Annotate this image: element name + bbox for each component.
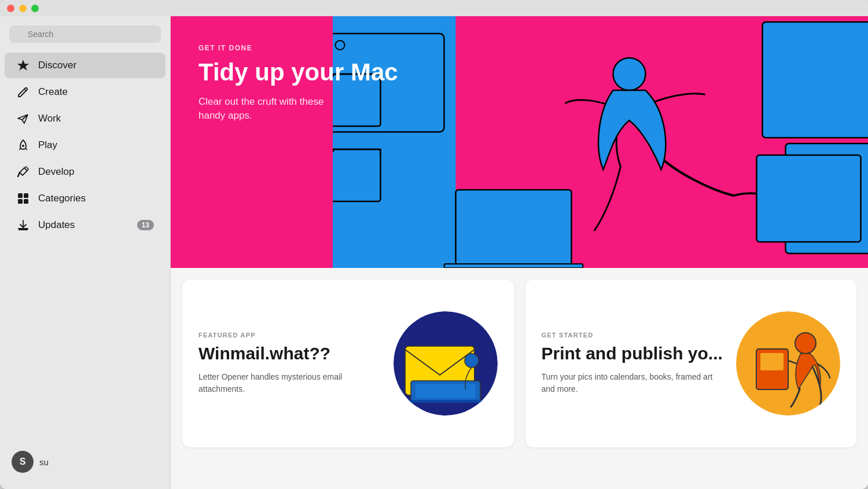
main-layout: ⌕ Discover (0, 16, 868, 489)
sidebar-item-updates[interactable]: Updates 13 (5, 212, 165, 238)
svg-point-27 (795, 333, 816, 354)
traffic-lights (7, 5, 39, 12)
svg-rect-17 (757, 155, 861, 242)
nav-menu: Discover Create (0, 52, 170, 444)
svg-rect-18 (456, 190, 572, 265)
avatar[interactable]: S (12, 451, 34, 473)
get-started-card[interactable]: GET STARTED Print and publish yo... Turn… (525, 280, 857, 447)
card-tag-started: GET STARTED (542, 332, 725, 339)
sidebar-item-play[interactable]: Play (5, 133, 165, 158)
username: su (39, 457, 49, 467)
hero-title: Tidy up your Mac (198, 59, 398, 86)
grid-icon (16, 192, 30, 205)
svg-rect-24 (415, 384, 476, 398)
card-tag-featured: FEATURED APP (198, 332, 382, 339)
svg-rect-5 (19, 229, 28, 230)
hero-illustration (333, 16, 868, 268)
sidebar-item-play-label: Play (38, 139, 57, 151)
card-title-started: Print and publish yo... (542, 343, 725, 364)
svg-rect-19 (444, 264, 583, 268)
sidebar-item-discover[interactable]: Discover (5, 53, 165, 78)
sidebar-item-work-label: Work (38, 113, 61, 124)
sidebar-item-create[interactable]: Create (5, 79, 165, 105)
search-container: ⌕ (0, 25, 170, 52)
app-window: ⌕ Discover (0, 0, 868, 489)
sidebar: ⌕ Discover (0, 16, 171, 489)
hero-tag: GET IT DONE (198, 44, 398, 52)
svg-rect-13 (763, 22, 869, 138)
search-input[interactable] (9, 25, 161, 43)
card-image-featured (393, 311, 498, 416)
sidebar-item-discover-label: Discover (38, 60, 76, 71)
paper-plane-icon (16, 112, 30, 126)
sidebar-item-categories-label: Categories (38, 193, 86, 204)
svg-rect-1 (18, 193, 23, 198)
hero-text: GET IT DONE Tidy up your Mac Clear out t… (198, 44, 398, 123)
svg-rect-2 (24, 193, 28, 198)
main-content: GET IT DONE Tidy up your Mac Clear out t… (171, 16, 868, 489)
sidebar-item-categories[interactable]: Categories (5, 186, 165, 211)
card-text-started: GET STARTED Print and publish yo... Turn… (542, 332, 725, 395)
avatar-letter: S (20, 457, 26, 467)
minimize-button[interactable] (19, 5, 27, 12)
card-description-started: Turn your pics into calendars, books, fr… (542, 371, 725, 395)
titlebar (0, 0, 868, 16)
svg-rect-3 (18, 199, 23, 204)
rocket-icon (16, 138, 30, 152)
hero-subtitle: Clear out the cruft with these handy app… (198, 95, 349, 123)
svg-point-16 (613, 58, 646, 90)
cards-section: FEATURED APP Winmail.what?? Letter Opene… (171, 268, 868, 459)
pencil-icon (16, 85, 30, 99)
hero-banner[interactable]: GET IT DONE Tidy up your Mac Clear out t… (171, 16, 868, 268)
card-text-featured: FEATURED APP Winmail.what?? Letter Opene… (198, 332, 382, 395)
sidebar-item-create-label: Create (38, 86, 68, 98)
sidebar-item-develop-label: Develop (38, 166, 74, 178)
sidebar-footer: S su (0, 444, 170, 480)
card-title-featured: Winmail.what?? (198, 343, 382, 364)
search-wrapper: ⌕ (9, 25, 161, 43)
card-image-started (736, 311, 840, 416)
close-button[interactable] (7, 5, 14, 12)
maximize-button[interactable] (31, 5, 39, 12)
svg-rect-29 (760, 353, 784, 370)
updates-badge: 13 (137, 220, 154, 230)
svg-point-0 (22, 145, 24, 147)
download-icon (16, 218, 30, 232)
star-icon (16, 58, 30, 72)
svg-point-25 (465, 354, 479, 367)
sidebar-item-updates-label: Updates (38, 219, 75, 231)
sidebar-item-develop[interactable]: Develop (5, 159, 165, 185)
svg-rect-4 (24, 199, 28, 204)
sidebar-item-work[interactable]: Work (5, 106, 165, 131)
svg-rect-23 (408, 400, 483, 403)
hammer-icon (16, 165, 30, 179)
card-description-featured: Letter Opener handles mysterious email a… (198, 371, 382, 395)
featured-app-card[interactable]: FEATURED APP Winmail.what?? Letter Opene… (182, 280, 514, 447)
